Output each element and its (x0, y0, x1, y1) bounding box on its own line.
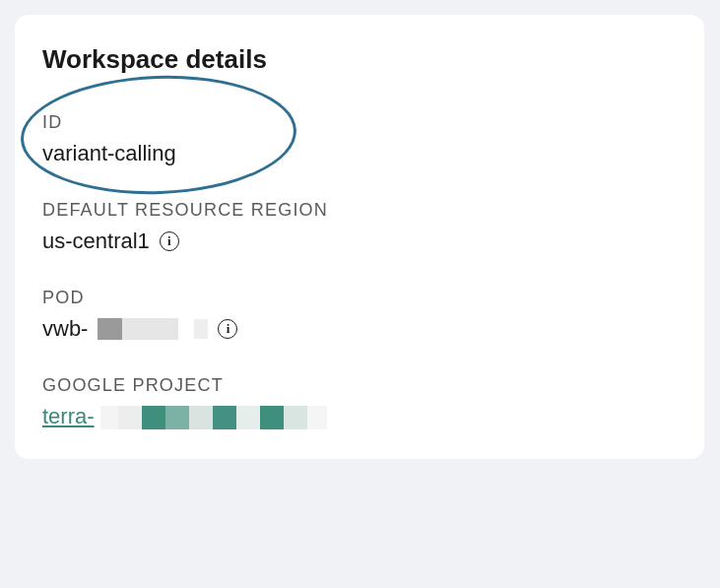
region-label: DEFAULT RESOURCE REGION (42, 200, 677, 221)
region-value: us-central1 (42, 229, 677, 254)
info-icon[interactable] (160, 231, 179, 251)
redacted-block (98, 318, 178, 340)
field-pod: POD vwb- (42, 288, 677, 342)
region-value-text: us-central1 (42, 229, 150, 254)
project-link[interactable]: terra- (42, 404, 95, 428)
field-project: GOOGLE PROJECT terra- (42, 375, 677, 429)
pod-label: POD (42, 288, 677, 308)
pod-value: vwb- (42, 316, 677, 342)
redacted-block (194, 319, 208, 339)
id-label: ID (42, 112, 677, 133)
project-label: GOOGLE PROJECT (42, 375, 677, 396)
workspace-details-card: Workspace details ID variant-calling DEF… (15, 15, 704, 459)
field-region: DEFAULT RESOURCE REGION us-central1 (42, 200, 677, 254)
card-title: Workspace details (42, 44, 677, 75)
redacted-block (100, 406, 327, 429)
info-icon[interactable] (218, 319, 237, 339)
project-value: terra- (42, 404, 677, 429)
field-id: ID variant-calling (42, 112, 677, 166)
id-value: variant-calling (42, 141, 677, 166)
pod-prefix: vwb- (42, 316, 88, 342)
